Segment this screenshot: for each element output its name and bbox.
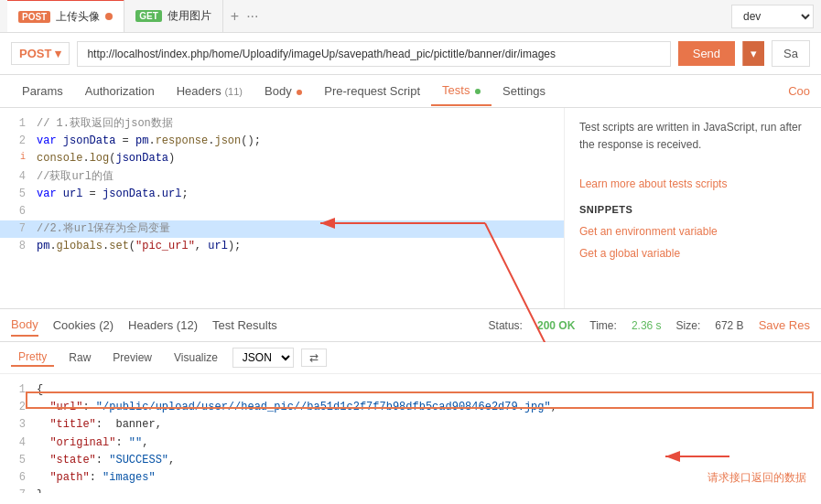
snippet-env-link[interactable]: Get an environment variable	[579, 223, 806, 241]
json-num-3: 3	[7, 416, 26, 434]
resp-tab-test-results[interactable]: Test Results	[212, 315, 277, 336]
tab-authorization[interactable]: Authorization	[74, 77, 166, 105]
line-num-1: 1	[7, 115, 26, 133]
status-label: Status:	[489, 319, 523, 332]
more-tabs-icon[interactable]: ···	[246, 8, 258, 25]
resp-tab-body[interactable]: Body	[11, 314, 38, 337]
send-button[interactable]: Send	[678, 41, 735, 66]
cookies-link[interactable]: Coo	[788, 84, 810, 98]
tab-pre-request-script[interactable]: Pre-request Script	[313, 77, 431, 105]
save-response-link[interactable]: Save Res	[759, 318, 810, 332]
request-tabs: Params Authorization Headers (11) Body P…	[0, 75, 821, 108]
json-text-7: }	[37, 487, 43, 493]
code-text-3: console.log(jsonData)	[37, 150, 175, 167]
time-label: Time:	[589, 319, 617, 332]
json-num-1: 1	[7, 381, 26, 399]
format-bar: Pretty Raw Preview Visualize JSON ⇄	[0, 342, 821, 374]
json-text-2: "url": "/public/upload/user//head_pic//b…	[37, 399, 557, 416]
env-select[interactable]: dev	[731, 5, 814, 28]
fmt-pretty[interactable]: Pretty	[11, 349, 54, 367]
tab-params[interactable]: Params	[11, 77, 74, 105]
resp-tab-headers[interactable]: Headers (12)	[128, 315, 198, 336]
send-dropdown-button[interactable]: ▾	[742, 41, 764, 66]
response-bar: Body Cookies (2) Headers (12) Test Resul…	[0, 309, 821, 342]
line-num-2: 2	[7, 133, 26, 150]
method-badge-post: POST	[18, 11, 50, 23]
right-panel-desc: Test scripts are written in JavaScript, …	[579, 119, 806, 154]
tab-upload-label: 上传头像	[56, 9, 100, 25]
tab-get-image[interactable]: GET 使用图片	[124, 0, 223, 33]
url-bar: POST ▾ Send ▾ Sa	[0, 33, 821, 75]
json-text-5: "state": "SUCCESS",	[37, 452, 175, 469]
tab-body[interactable]: Body	[254, 77, 313, 105]
code-text-5: var url = jsonData.url;	[37, 186, 189, 203]
fmt-preview[interactable]: Preview	[105, 349, 159, 366]
json-num-2: 2	[7, 399, 26, 416]
method-dropdown-icon: ▾	[55, 47, 61, 60]
fmt-raw[interactable]: Raw	[61, 349, 98, 366]
json-num-4: 4	[7, 434, 26, 452]
line-num-5: 5	[7, 186, 26, 203]
tab-authorization-label: Authorization	[85, 84, 155, 98]
tab-settings[interactable]: Settings	[492, 77, 556, 105]
size-label: Size:	[676, 319, 701, 332]
code-line-6: 6	[0, 203, 564, 220]
code-editor[interactable]: 1 // 1.获取返回的json数据 2 var jsonData = pm.r…	[0, 108, 565, 308]
tests-dot	[475, 89, 481, 94]
tab-dot	[105, 13, 113, 20]
tab-pre-label: Pre-request Script	[324, 84, 420, 98]
line-num-7: 7	[7, 220, 26, 238]
tab-tests[interactable]: Tests	[431, 76, 492, 106]
json-num-7: 7	[7, 487, 26, 493]
env-selector-area: dev	[731, 5, 814, 28]
tab-headers[interactable]: Headers (11)	[166, 77, 254, 105]
method-badge-get: GET	[135, 10, 162, 22]
json-line-3: 3 "title": banner,	[0, 416, 821, 434]
status-value: 200 OK	[537, 319, 575, 332]
json-num-5: 5	[7, 452, 26, 469]
tab-bar: POST 上传头像 GET 使用图片 + ··· dev	[0, 0, 821, 33]
json-text-4: "original": "",	[37, 434, 148, 452]
snippets-title: SNIPPETS	[579, 202, 806, 219]
body-dot	[297, 90, 302, 95]
tab-body-label: Body	[265, 84, 292, 98]
size-value: 672 B	[715, 319, 743, 332]
time-value: 2.36 s	[632, 319, 662, 332]
snippet-global-link[interactable]: Get a global variable	[579, 245, 806, 263]
code-line-3: i console.log(jsonData)	[0, 150, 564, 167]
code-text-4: //获取url的值	[37, 168, 113, 186]
json-line-1: 1 {	[0, 381, 821, 399]
save-button[interactable]: Sa	[772, 40, 810, 67]
code-line-2: 2 var jsonData = pm.response.json();	[0, 133, 564, 150]
method-select[interactable]: POST ▾	[11, 42, 70, 65]
format-select[interactable]: JSON	[232, 348, 294, 368]
json-num-6: 6	[7, 469, 26, 487]
resp-tab-cookies[interactable]: Cookies (2)	[53, 315, 113, 336]
json-line-2: 2 "url": "/public/upload/user//head_pic/…	[0, 399, 821, 416]
response-status: Status: 200 OK Time: 2.36 s Size: 672 B …	[489, 318, 810, 332]
code-text-2: var jsonData = pm.response.json();	[37, 133, 261, 150]
tab-tests-label: Tests	[442, 83, 470, 97]
json-text-3: "title": banner,	[37, 416, 162, 434]
code-line-7: 7 //2.将url保存为全局变量	[0, 220, 564, 238]
code-text-7: //2.将url保存为全局变量	[37, 220, 170, 238]
tab-post-upload[interactable]: POST 上传头像	[7, 0, 124, 32]
learn-more-link[interactable]: Learn more about tests scripts	[579, 176, 806, 193]
json-output[interactable]: 1 { 2 "url": "/public/upload/user//head_…	[0, 374, 821, 493]
json-text-6: "path": "images"	[37, 469, 156, 487]
annotation-text: 请求接口返回的数据	[708, 470, 806, 486]
main-section: 1 // 1.获取返回的json数据 2 var jsonData = pm.r…	[0, 108, 821, 309]
code-line-1: 1 // 1.获取返回的json数据	[0, 115, 564, 133]
add-tab-icon[interactable]: +	[231, 8, 239, 25]
line-num-6: 6	[7, 203, 26, 220]
fmt-icon[interactable]: ⇄	[301, 349, 327, 367]
editor-area: 1 // 1.获取返回的json数据 2 var jsonData = pm.r…	[0, 108, 821, 309]
headers-badge: (11)	[224, 86, 243, 97]
json-line-6: 6 "path": "images"	[0, 469, 821, 487]
tab-actions[interactable]: + ···	[231, 8, 259, 25]
code-line-8: 8 pm.globals.set("pic_url", url);	[0, 238, 564, 255]
url-input[interactable]	[77, 41, 670, 67]
line-num-4: 4	[7, 168, 26, 186]
json-line-5: 5 "state": "SUCCESS",	[0, 452, 821, 469]
fmt-visualize[interactable]: Visualize	[167, 349, 225, 366]
